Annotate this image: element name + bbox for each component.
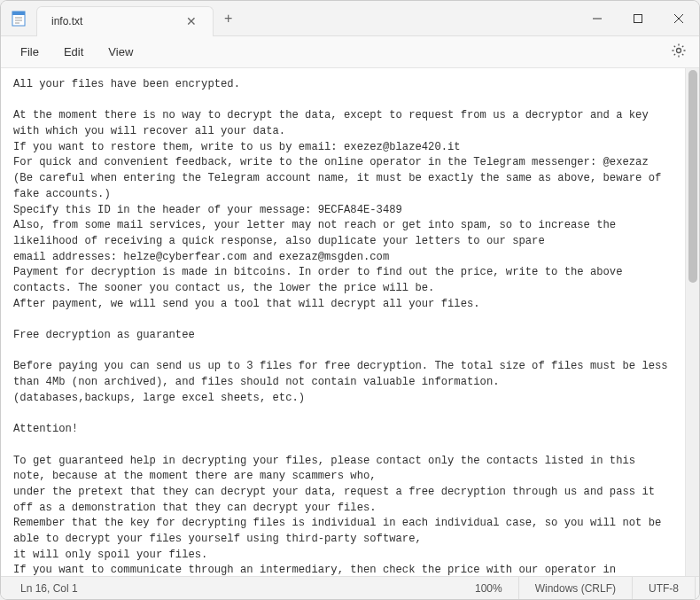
statusbar: Ln 16, Col 1 100% Windows (CRLF) UTF-8 (1, 576, 699, 599)
menu-edit[interactable]: Edit (51, 40, 96, 64)
status-zoom[interactable]: 100% (459, 577, 519, 599)
minimize-button[interactable] (577, 1, 618, 35)
vertical-scrollbar[interactable] (685, 68, 699, 576)
window-controls (577, 1, 699, 35)
menu-view[interactable]: View (96, 40, 145, 64)
text-content[interactable]: All your files have been encrypted. At t… (1, 68, 685, 576)
close-button[interactable] (658, 1, 699, 35)
status-position[interactable]: Ln 16, Col 1 (4, 577, 94, 599)
gear-icon (671, 43, 687, 58)
tab[interactable]: info.txt ✕ (36, 6, 214, 36)
tab-close-button[interactable]: ✕ (181, 12, 202, 30)
svg-point-9 (677, 48, 681, 52)
status-line-ending[interactable]: Windows (CRLF) (519, 577, 633, 599)
svg-rect-6 (634, 14, 642, 22)
scroll-thumb[interactable] (688, 70, 697, 283)
minimize-icon (593, 14, 602, 23)
editor-area: All your files have been encrypted. At t… (1, 68, 699, 576)
menu-file[interactable]: File (8, 40, 51, 64)
app-icon (1, 11, 36, 27)
maximize-button[interactable] (618, 1, 658, 35)
settings-button[interactable] (665, 37, 692, 67)
close-icon (674, 14, 683, 23)
status-encoding[interactable]: UTF-8 (633, 577, 696, 599)
maximize-icon (634, 14, 642, 23)
titlebar: info.txt ✕ + (1, 1, 699, 36)
new-tab-button[interactable]: + (214, 11, 243, 27)
notepad-window: info.txt ✕ + File Edit View (0, 0, 700, 600)
menubar: File Edit View (1, 36, 699, 68)
svg-rect-1 (12, 12, 25, 15)
tab-title: info.txt (51, 15, 181, 27)
